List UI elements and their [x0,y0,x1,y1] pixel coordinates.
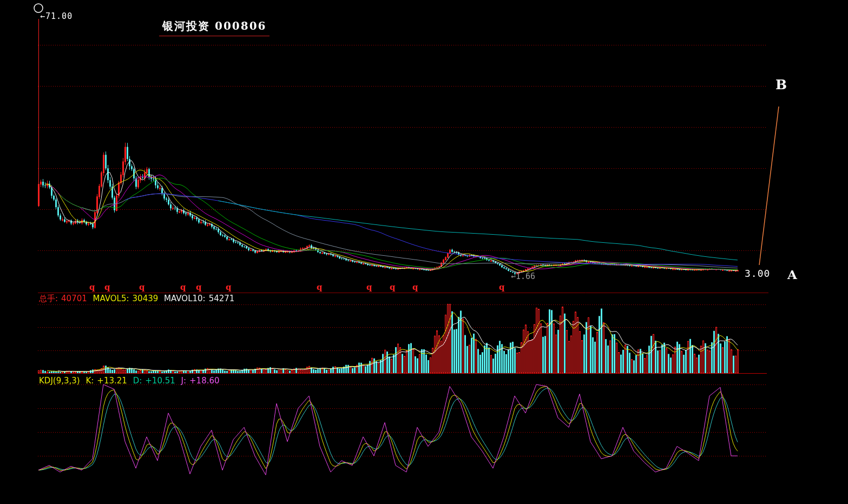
volume-label: 总手: [39,294,58,303]
low-price-label: ←1.66 [511,271,535,281]
mavol5-value: 30439 [133,294,159,303]
kdj-j-label: J: [181,376,186,386]
volume-value: 40701 [61,294,87,303]
current-price-label: 3.00 [745,268,770,279]
mavol10-value: 54271 [209,294,235,303]
ex-dividend-marker[interactable]: q [104,282,110,292]
ex-dividend-marker[interactable]: q [226,282,232,292]
kdj-indicator-label: KDJ(9,3,3) [39,376,80,386]
ex-dividend-marker[interactable]: q [196,282,202,292]
ex-dividend-marker[interactable]: q [412,282,418,292]
ex-dividend-marker[interactable]: q [366,282,372,292]
ex-dividend-marker[interactable]: q [390,282,396,292]
kdj-k-value: +13.21 [97,376,127,386]
kdj-d-value: +10.51 [145,376,175,386]
ex-dividend-marker[interactable]: q [499,282,505,292]
ex-dividend-marker[interactable]: q [89,282,95,292]
stock-title: 银河投资 000806 [159,19,269,36]
ex-dividend-marker[interactable]: q [139,282,145,292]
ex-dividend-marker[interactable]: q [317,282,323,292]
kline-chart-canvas[interactable] [0,0,848,504]
trendline-point-a-label[interactable]: A [787,267,797,282]
mavol5-label: MAVOL5: [93,294,129,303]
high-price-label: ←71.00 [40,11,73,21]
volume-indicator-row: 总手:40701 MAVOL5:30439 MAVOL10:54271 [39,294,238,304]
trendline-point-b-label[interactable]: B [775,77,787,92]
ex-dividend-marker[interactable]: q [180,282,186,292]
kdj-j-value: +18.60 [189,376,220,386]
mavol10-label: MAVOL10: [164,294,206,303]
kdj-indicator-row: KDJ(9,3,3) K:+13.21 D:+10.51 J:+18.60 [39,376,223,386]
stock-chart-window: 银河投资 000806 ←71.00 3.00 ←1.66 B A 总手:407… [0,0,848,504]
kdj-k-label: K: [86,376,94,386]
kdj-d-label: D: [133,376,142,386]
